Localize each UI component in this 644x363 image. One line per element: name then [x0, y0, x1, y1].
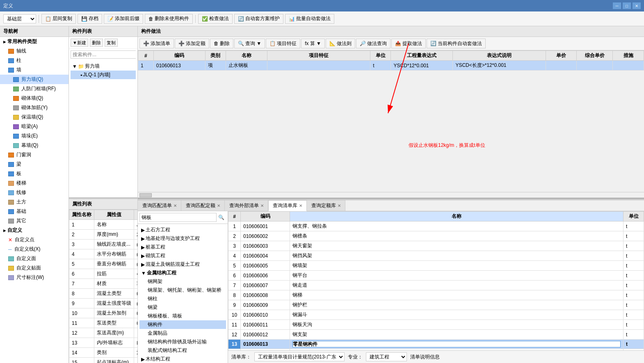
tree-masonry[interactable]: ▶ 砌筑工程	[139, 251, 226, 260]
tree-steel-member[interactable]: 钢构件	[139, 320, 226, 329]
sidebar-item-slab[interactable]: 板	[0, 169, 69, 178]
attr-row-value[interactable]: 240	[134, 230, 138, 240]
query-row-2[interactable]: 2010606002钢檩条t	[228, 231, 644, 241]
attr-row-value[interactable]: (混凝土泵)	[134, 318, 138, 328]
save-button[interactable]: 💾 存档	[78, 14, 102, 24]
tree-steel-floor[interactable]: 钢板楼板、墙板	[139, 312, 226, 320]
attr-row-3[interactable]: 3轴线距左墙皮...(120)	[69, 240, 138, 249]
add-quota-button[interactable]: ➕添加定额	[175, 39, 209, 48]
query-row-9[interactable]: 9010606009钢护栏t	[228, 300, 644, 310]
sidebar-item-custom-tile[interactable]: 自定义贴面	[0, 263, 69, 273]
attr-row-6[interactable]: 6拉筋⊕6@600*600	[69, 269, 138, 279]
sidebar-item-wall-pier[interactable]: 墙垛(E)	[0, 131, 69, 141]
tab-match-quota[interactable]: 查询匹配定额 ✕	[181, 200, 225, 211]
sidebar-section-custom[interactable]: ▸ 自定义	[0, 226, 69, 235]
sidebar-item-door-window[interactable]: 门窗洞	[0, 150, 69, 160]
qrow-name-input[interactable]	[292, 341, 621, 347]
floor-copy-button[interactable]: 📋 层间复制	[41, 14, 76, 24]
attr-row-value[interactable]: ⊕6@600*600	[134, 269, 138, 279]
sidebar-item-beam[interactable]: 梁	[0, 160, 69, 169]
minimize-button[interactable]: ─	[613, 2, 621, 9]
tree-earthwork[interactable]: ▶ 土石方工程	[139, 226, 226, 234]
tab-close-external[interactable]: ✕	[260, 203, 264, 208]
sidebar-item-axis[interactable]: 轴线	[0, 46, 69, 56]
attr-row-value[interactable]: 内墙	[134, 338, 138, 348]
attr-row-5[interactable]: 5垂直分布钢筋(2)⊕12@200	[69, 259, 138, 269]
tree-root-node[interactable]: ▼ 📁 剪力墙	[71, 62, 136, 71]
attr-row-value[interactable]: (120)	[134, 240, 138, 249]
special-select[interactable]: 建筑工程	[366, 352, 407, 361]
attr-row-value[interactable]: (2)⊕12@200	[134, 249, 138, 259]
query-search-icon[interactable]: 🔍	[217, 214, 226, 221]
sidebar-item-custom-line[interactable]: ─ 自定义线(X)	[0, 244, 69, 254]
sidebar-item-stair[interactable]: 楼梯	[0, 178, 69, 188]
scrollbar-thumb[interactable]	[139, 193, 152, 197]
copy-component-button[interactable]: 复制	[105, 39, 118, 47]
sidebar-item-insul-wall[interactable]: 保温墙(Q)	[0, 112, 69, 122]
attr-row-value[interactable]: (混凝土20石)	[134, 289, 138, 299]
auto-assign-button[interactable]: 🔄当前构件自动套做法	[427, 39, 486, 48]
batch-auto-button[interactable]: 📊 批量自动套做法	[285, 14, 334, 24]
calculate-button[interactable]: fx算 ▼	[301, 39, 325, 48]
sidebar-section-common[interactable]: ▸ 常用构件类型	[0, 37, 69, 46]
method-row-1[interactable]: 1 010606013 项 止水钢板 t YSCD*12*0.001 YSCD<…	[138, 61, 644, 71]
method-scrollbar-h[interactable]	[138, 192, 644, 198]
sidebar-item-wall[interactable]: 墙	[0, 65, 69, 75]
query-row-8[interactable]: 8010606008钢梯t	[228, 290, 644, 300]
tab-close-match-list[interactable]: ✕	[174, 203, 177, 208]
query-row-11[interactable]: 11010606011钢板天沟t	[228, 320, 644, 330]
attr-row-value[interactable]: 层顶标高	[134, 358, 138, 363]
clearinghouse-select[interactable]: 工程量清单项目计量规范(2013-广东)	[254, 352, 345, 361]
delete-method-button[interactable]: 🗑删除	[210, 39, 233, 48]
sidebar-item-masonry-reinf[interactable]: 砌体加筋(Y)	[0, 103, 69, 112]
attr-row-1[interactable]: 1名称JLQ-1	[69, 220, 138, 230]
query-row-5[interactable]: 5010606005钢墙架t	[228, 261, 644, 271]
extract-method-button[interactable]: 📤提取做法	[391, 39, 426, 48]
query-search-input[interactable]	[139, 213, 217, 222]
component-search-input[interactable]	[71, 51, 136, 58]
check-method-button[interactable]: ✅ 检查做法	[198, 14, 233, 24]
query-row-1[interactable]: 1010606001钢支撑、钢拉条t	[228, 221, 644, 231]
maximize-button[interactable]: □	[623, 2, 631, 9]
sidebar-item-shear-wall[interactable]: 剪力墙(Q)	[0, 75, 69, 84]
project-feature-button[interactable]: 📋项目特征	[266, 39, 300, 48]
tab-close-quota-library[interactable]: ✕	[338, 203, 341, 208]
sidebar-item-masonry-wall[interactable]: 砌体墙(Q)	[0, 94, 69, 103]
attr-row-7[interactable]: 7材质现浇混凝土	[69, 279, 138, 289]
attr-row-value[interactable]: (2)⊕12@200	[134, 259, 138, 269]
tab-list-library[interactable]: 查询清单库 ✕	[268, 200, 307, 211]
attr-row-14[interactable]: 14类别混凝土墙	[69, 348, 138, 358]
attr-row-value[interactable]: JLQ-1	[134, 220, 138, 230]
query-row-4[interactable]: 4010606004钢挡风架t	[228, 251, 644, 261]
tree-metal-products[interactable]: 金属制品	[139, 329, 226, 338]
sidebar-item-rf-wall[interactable]: 人防门框墙(RF)	[0, 84, 69, 94]
tree-steel-column[interactable]: 钢柱	[139, 295, 226, 303]
query-button[interactable]: 🔍查询 ▼	[234, 39, 265, 48]
attr-row-11[interactable]: 11泵送类型(混凝土泵)	[69, 318, 138, 328]
layer-select[interactable]: 基础层	[3, 14, 36, 23]
query-row-3[interactable]: 3010606003钢天窗架t	[228, 241, 644, 251]
tree-steel-derust[interactable]: 钢结构构件除锈及场外运输	[139, 338, 226, 346]
attr-row-value[interactable]	[134, 328, 138, 338]
tab-quota-library[interactable]: 查询定额库 ✕	[307, 200, 345, 211]
delete-component-button[interactable]: 删除	[90, 39, 103, 47]
sidebar-item-column[interactable]: 柱	[0, 56, 69, 65]
attr-row-2[interactable]: 2厚度(mm)240	[69, 230, 138, 240]
attr-row-8[interactable]: 8混凝土类型(混凝土20石)	[69, 289, 138, 299]
tree-pile[interactable]: ▶ 桩基工程	[139, 243, 226, 251]
tree-prefab-steel[interactable]: 装配式钢结构工程	[139, 346, 226, 355]
tree-wood[interactable]: ▶ 木结构工程	[139, 355, 226, 363]
query-row-7[interactable]: 7010606007钢走道t	[228, 281, 644, 290]
method-rule-button[interactable]: 📐做法则	[326, 39, 355, 48]
attr-row-value[interactable]: (C30)	[134, 299, 138, 308]
add-prefix-button[interactable]: 📝 添加前后缀	[104, 14, 143, 24]
sidebar-item-foundation[interactable]: 基础	[0, 207, 69, 216]
attr-row-value[interactable]: 现浇混凝土	[134, 279, 138, 289]
attr-row-15[interactable]: 15起点顶标高(m)层顶标高	[69, 358, 138, 363]
query-row-6[interactable]: 6010606006钢平台t	[228, 271, 644, 281]
tab-close-list-library[interactable]: ✕	[299, 203, 302, 208]
tree-steel-roof[interactable]: 钢屋架、钢托架、钢桁架、钢架桥	[139, 286, 226, 295]
tree-foundation-support[interactable]: ▶ 地基处理与边坡支护工程	[139, 234, 226, 243]
attr-row-10[interactable]: 10混凝土外加剂(无)	[69, 308, 138, 318]
sidebar-item-curtain-wall[interactable]: 幕墙(Q)	[0, 141, 69, 150]
